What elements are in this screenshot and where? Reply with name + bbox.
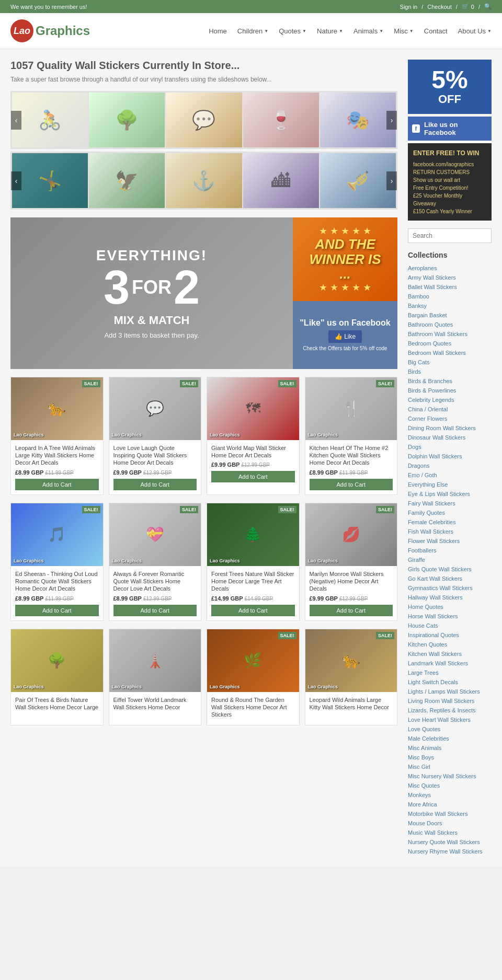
collection-link[interactable]: Dogs <box>408 444 421 450</box>
collection-link[interactable]: Music Wall Stickers <box>408 829 458 836</box>
fb-sidebar[interactable]: f Like us on Facebook <box>408 117 492 141</box>
collection-link[interactable]: Misc Animals <box>408 745 441 751</box>
collection-link[interactable]: Monkeys <box>408 792 431 798</box>
collection-link[interactable]: Misc Nursery Wall Stickers <box>408 773 476 779</box>
collection-link[interactable]: Go Kart Wall Stickers <box>408 575 462 582</box>
collection-link[interactable]: Giraffe <box>408 557 425 563</box>
collection-link[interactable]: Girls Quote Wall Stickers <box>408 566 472 572</box>
slideshow2-next[interactable]: › <box>386 171 397 190</box>
collection-link[interactable]: Bedroom Quotes <box>408 340 451 347</box>
collection-link[interactable]: Birds & Powerlines <box>408 387 456 394</box>
collection-link[interactable]: Large Trees <box>408 670 439 676</box>
nav-quotes[interactable]: Quotes <box>279 27 306 35</box>
collection-link[interactable]: Inspirational Quotes <box>408 632 459 638</box>
collection-link[interactable]: Dragons <box>408 463 430 469</box>
nav-children[interactable]: Children <box>237 27 268 35</box>
add-to-cart-button[interactable]: Add to Cart <box>310 605 393 616</box>
collection-link[interactable]: Misc Quotes <box>408 782 440 789</box>
collection-link[interactable]: Bathroom Quotes <box>408 321 453 328</box>
logo[interactable]: Lao Graphics <box>10 19 90 42</box>
price-current: £9.99 GBP <box>310 595 338 602</box>
slideshow2-prev[interactable]: ‹ <box>11 171 21 190</box>
cart-icon[interactable]: 🛒 0 <box>462 3 474 10</box>
collection-item: Landmark Wall Stickers <box>408 659 492 668</box>
collection-link[interactable]: Family Quotes <box>408 510 445 516</box>
collection-link[interactable]: Bedroom Wall Stickers <box>408 350 466 356</box>
nav-animals[interactable]: Animals <box>353 27 383 35</box>
add-to-cart-button[interactable]: Add to Cart <box>15 605 99 616</box>
collection-link[interactable]: Dining Room Wall Stickers <box>408 425 476 431</box>
collection-link[interactable]: Nursery Quote Wall Stickers <box>408 839 480 845</box>
collection-link[interactable]: Fish Wall Stickers <box>408 528 453 535</box>
collection-link[interactable]: Love Quotes <box>408 726 440 732</box>
collection-link[interactable]: Female Celebrities <box>408 519 456 525</box>
search-icon[interactable]: 🔍 <box>484 3 492 10</box>
nav-about[interactable]: About Us <box>458 27 492 35</box>
top-bar: We want you to remember us! Sign in / Ch… <box>0 0 502 13</box>
collection-link[interactable]: Emo / Goth <box>408 472 437 478</box>
collection-link[interactable]: Mouse Doors <box>408 820 442 826</box>
collection-link[interactable]: Everything Else <box>408 481 448 488</box>
collection-link[interactable]: Aeroplanes <box>408 265 437 271</box>
topbar-message: We want you to remember us! <box>10 4 87 10</box>
add-to-cart-button[interactable]: Add to Cart <box>113 605 197 616</box>
nav-contact[interactable]: Contact <box>424 27 448 35</box>
collection-link[interactable]: Corner Flowers <box>408 416 447 422</box>
add-to-cart-button[interactable]: Add to Cart <box>211 605 295 616</box>
add-to-cart-button[interactable]: Add to Cart <box>211 471 295 482</box>
product-card: SALE! 🎵 Lao Graphics Ed Sheeran - Thinki… <box>10 503 104 621</box>
add-to-cart-button[interactable]: Add to Cart <box>15 479 99 490</box>
collection-link[interactable]: Light Switch Decals <box>408 679 458 685</box>
collection-link[interactable]: Hallway Wall Stickers <box>408 594 463 601</box>
nav-home[interactable]: Home <box>209 27 227 35</box>
add-to-cart-button[interactable]: Add to Cart <box>113 479 197 490</box>
add-to-cart-button[interactable]: Add to Cart <box>310 479 393 490</box>
collection-link[interactable]: Celebrity Legends <box>408 397 454 403</box>
collection-link[interactable]: Love Heart Wall Stickers <box>408 717 471 723</box>
checkout-link[interactable]: Checkout <box>427 4 451 10</box>
product-price: £14.99 GBP £14.99 GBP <box>211 595 295 602</box>
slideshow1-prev[interactable]: ‹ <box>11 111 21 130</box>
collection-link[interactable]: Misc Girl <box>408 764 430 770</box>
collection-link[interactable]: Dolphin Wall Stickers <box>408 453 462 459</box>
collection-link[interactable]: China / Oriental <box>408 406 448 412</box>
collection-link[interactable]: Gymnastics Wall Stickers <box>408 585 473 591</box>
collection-link[interactable]: Bamboo <box>408 293 429 299</box>
collection-link[interactable]: Lizards, Reptiles & Insects <box>408 707 476 713</box>
collection-link[interactable]: Living Room Wall Stickers <box>408 698 474 704</box>
collection-link[interactable]: Motorbike Wall Stickers <box>408 811 468 817</box>
collection-link[interactable]: Misc Boys <box>408 754 434 760</box>
collection-link[interactable]: Kitchen Quotes <box>408 641 447 648</box>
collection-link[interactable]: Home Quotes <box>408 604 443 610</box>
collection-link[interactable]: Dinosaur Wall Stickers <box>408 434 465 441</box>
collection-link[interactable]: Bathroom Wall Stickers <box>408 331 467 337</box>
like-button[interactable]: 👍 Like <box>328 330 362 343</box>
nav-nature[interactable]: Nature <box>317 27 343 35</box>
collection-link[interactable]: Ballet Wall Stickers <box>408 284 457 290</box>
nav-misc[interactable]: Misc <box>394 27 414 35</box>
collection-link[interactable]: Bargain Basket <box>408 312 447 318</box>
collection-item: Go Kart Wall Stickers <box>408 574 492 583</box>
collection-link[interactable]: Kitchen Wall Stickers <box>408 651 462 657</box>
collection-link[interactable]: Lights / Lamps Wall Stickers <box>408 688 480 695</box>
collection-link[interactable]: Footballers <box>408 547 436 554</box>
collection-link[interactable]: Eye & Lips Wall Stickers <box>408 491 470 497</box>
collection-link[interactable]: Birds <box>408 368 421 375</box>
search-input[interactable] <box>408 228 492 243</box>
collection-link[interactable]: More Africa <box>408 801 437 808</box>
collection-link[interactable]: Nursery Rhyme Wall Stickers <box>408 848 483 855</box>
collection-link[interactable]: Banksy <box>408 303 427 309</box>
collection-link[interactable]: Fairy Wall Stickers <box>408 500 455 506</box>
collection-link[interactable]: Birds & Branches <box>408 378 452 384</box>
collection-link[interactable]: Big Cats <box>408 359 430 365</box>
collection-link[interactable]: Flower Wall Stickers <box>408 538 460 544</box>
collection-link[interactable]: Male Celebrities <box>408 735 449 742</box>
signin-link[interactable]: Sign in <box>400 4 418 10</box>
collection-link[interactable]: Landmark Wall Stickers <box>408 660 468 666</box>
winner-and-the: AND THE WINNER IS ... <box>309 237 381 282</box>
collection-link[interactable]: House Cats <box>408 622 438 629</box>
collection-link[interactable]: Horse Wall Stickers <box>408 613 458 619</box>
collection-link[interactable]: Army Wall Stickers <box>408 274 456 281</box>
slideshow1-next[interactable]: › <box>386 111 397 130</box>
product-image: SALE! 💋 Lao Graphics <box>305 503 397 566</box>
